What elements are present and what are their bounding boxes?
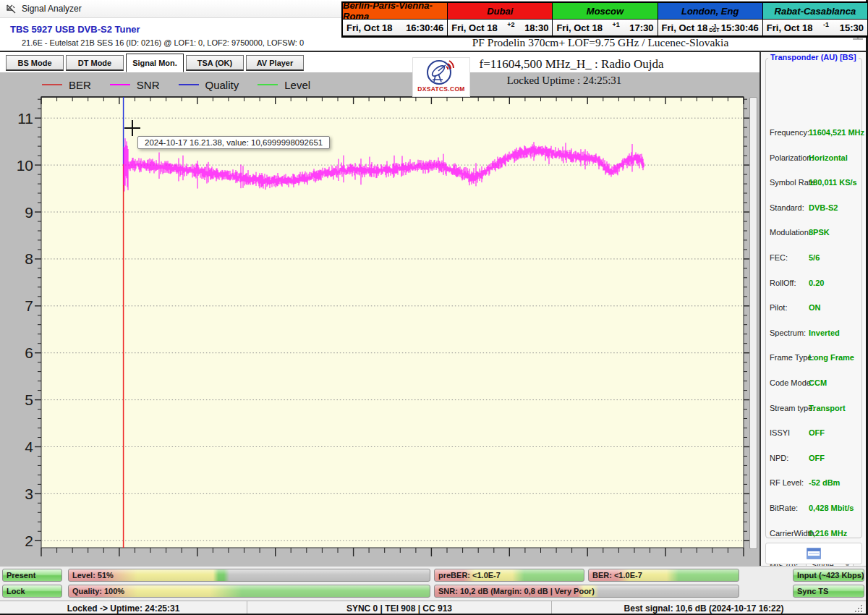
transponder-field-label: BitRate: (770, 504, 798, 512)
transponder-field-value: CCM (809, 378, 827, 387)
transponder-panel: Transponder (AU) [BS] Frequency:11604,52… (760, 52, 866, 566)
chart-legend: BERSNRQualityLevel (42, 77, 310, 93)
legend-item-ber: BER (42, 79, 91, 91)
divider (0, 51, 866, 52)
clock-utc-offset: +1 (603, 21, 629, 28)
transponder-title: Transponder (AU) [BS] (768, 53, 859, 62)
transponder-field-value: -52 dBm (809, 478, 840, 487)
legend-swatch (110, 84, 130, 85)
clock-city-header: Berlin-Paris-Vienna-Roma (343, 3, 447, 19)
tuner-details: 21.6E - Eutelsat 21B SES 16 (ID: 0216) @… (22, 38, 304, 47)
clock-utc-offset: -1DST (707, 20, 721, 30)
input-rate-badge: Input (~423 Kbps) (793, 569, 864, 582)
legend-label: Quality (205, 79, 239, 91)
clock-time: 16:30:46 (406, 22, 443, 33)
legend-label: Level (284, 79, 310, 91)
transponder-field-label: Stream type: (770, 404, 814, 412)
transponder-field-label: Frame Type: (770, 353, 814, 362)
clock-date: Fri, Oct 18 (662, 22, 708, 33)
tab-bs-mode[interactable]: BS Mode (6, 55, 64, 71)
clock-time: 15:30 (840, 22, 864, 33)
legend-label: BER (69, 79, 91, 91)
transponder-field-value: Long Frame (809, 353, 854, 362)
transponder-field-label: RF Level: (770, 478, 804, 487)
transponder-field-value: Inverted (809, 328, 840, 337)
world-clock-table: Berlin-Paris-Vienna-RomaDubaiMoscowLondo… (341, 1, 868, 38)
transponder-field-label: RollOff: (770, 279, 796, 287)
level-meter: Level: 51% (68, 569, 430, 582)
transponder-field-value: 5/6 (809, 253, 820, 262)
clock-time-cell: Fri, Oct 1816:30:46 (343, 20, 447, 35)
clock-date: Fri, Oct 18 (346, 22, 393, 33)
tuner-name: TBS 5927 USB DVB-S2 Tuner (10, 24, 140, 35)
chart-tooltip: 2024-10-17 16.21.38, value: 10,699999809… (137, 136, 330, 149)
transponder-field-label: Code Mode: (770, 378, 813, 387)
dxsatcs-logo: DXSATCS.COM (412, 57, 470, 97)
logo-text: DXSATCS.COM (417, 85, 464, 93)
snr-meter: SNR: 10,2 dB (Margin: 0,8 dB | Very Poor… (434, 585, 739, 598)
clock-time-cell: Fri, Oct 18+218:30 (448, 20, 552, 35)
transponder-field-label: Polarization: (770, 153, 814, 162)
legend-swatch (42, 84, 62, 85)
legend-item-snr: SNR (110, 79, 160, 91)
transponder-field-label: Pilot: (770, 303, 787, 312)
transponder-field-value: 0.20 (809, 279, 824, 287)
tab-signal-mon[interactable]: Signal Mon. (126, 54, 184, 72)
clock-utc-offset: +2 (498, 21, 524, 28)
transponder-field-value: OFF (809, 428, 825, 437)
satellite-dish-icon (425, 58, 457, 87)
transponder-field-value: ON (809, 303, 821, 312)
transponder-field-label: Spectrum: (770, 328, 806, 337)
transponder-field-value: Horizontal (809, 153, 848, 162)
present-badge: Present (2, 569, 62, 582)
clock-date: Fri, Oct 18 (451, 22, 498, 33)
tab-strip: BS ModeDT ModeSignal Mon.TSA (OK)AV Play… (6, 55, 304, 74)
transponder-field-value: 180,011 KS/s (809, 178, 857, 187)
window-title: Signal Analyzer (22, 4, 82, 14)
transponder-field-value: 8PSK (809, 228, 830, 237)
legend-swatch (179, 84, 199, 85)
app-window: Signal Analyzer Berlin-Paris-Vienna-Roma… (0, 0, 868, 615)
tab-tsa-ok[interactable]: TSA (OK) (186, 55, 244, 71)
clock-time-cell: Fri, Oct 18-115:30 (763, 20, 867, 35)
ts-info-button[interactable] (765, 543, 862, 564)
clock-city-header: London, Eng (658, 3, 762, 19)
chart-scrollbar[interactable] (749, 97, 757, 549)
clock-date: Fri, Oct 18 (767, 22, 813, 33)
site-description: PF Prodelin 370cm+ LOF=9.75 GHz / Lucene… (434, 36, 767, 49)
statusbar: Locked -> Uptime: 24:25:31 SYNC 0 | TEI … (0, 601, 866, 615)
tab-av-player[interactable]: AV Player (246, 55, 304, 71)
resize-grip[interactable] (855, 605, 864, 614)
clock-time-cell: Fri, Oct 18+117:30 (553, 20, 657, 35)
clock-dst-offset: -1DST (709, 24, 719, 33)
clock-city-header: Dubai (448, 3, 552, 19)
legend-label: SNR (137, 79, 160, 91)
clock-time-cell: Fri, Oct 18-1DST15:30:46 (658, 20, 762, 35)
window-list-icon (807, 548, 821, 559)
transponder-field-value: 0,428 Mbit/s (809, 504, 854, 512)
transponder-field-value: 0,216 MHz (809, 529, 847, 538)
clock-time: 18:30 (524, 22, 548, 33)
clock-date: Fri, Oct 18 (556, 22, 603, 33)
clock-time: 17:30 (629, 22, 653, 33)
quality-meter: Quality: 100% (68, 585, 430, 598)
tab-dt-mode[interactable]: DT Mode (66, 55, 124, 71)
transponder-field-value: OFF (809, 454, 825, 462)
transponder-field-value: 11604,521 MHz (809, 128, 864, 137)
legend-swatch (258, 84, 278, 85)
clock-city-header: Moscow (553, 3, 657, 19)
ber-meter: BER: <1.0E-7 (588, 569, 739, 582)
lock-badge: Lock (2, 585, 62, 598)
transponder-field-label: ISSYI (770, 428, 790, 437)
clock-time: 15:30:46 (721, 22, 759, 33)
transponder-field-value: DVB-S2 (809, 203, 838, 212)
transponder-field-label: Modulation: (770, 228, 811, 237)
legend-item-level: Level (258, 79, 310, 91)
plot-area[interactable] (41, 97, 744, 548)
clock-city-header: Rabat-Casablanca (763, 3, 867, 19)
clock-utc-offset: -1 (812, 21, 839, 28)
transponder-field-value: Transport (809, 404, 846, 412)
transponder-field-label: NPD: (770, 454, 788, 462)
sync-ts-badge: Sync TS (793, 585, 864, 598)
transponder-field-label: Frequency: (770, 128, 809, 137)
